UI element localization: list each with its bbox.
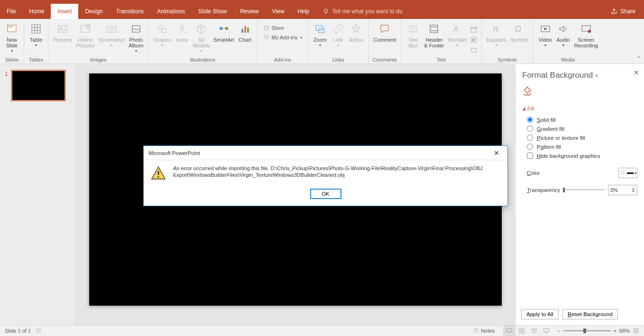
slide-thumbnail-1[interactable] xyxy=(12,71,65,100)
link-icon xyxy=(331,22,345,36)
comment-button[interactable]: Comment xyxy=(372,22,398,56)
color-picker-button[interactable]: ▾ xyxy=(618,168,637,178)
svg-text:Ω: Ω xyxy=(515,24,521,34)
fill-category-icon[interactable] xyxy=(522,86,637,98)
collapse-icon[interactable]: ◢ xyxy=(522,106,525,111)
slide-number-icon[interactable]: # xyxy=(470,36,478,44)
notes-label: Notes xyxy=(481,328,495,334)
shapes-label: Shapes xyxy=(153,37,171,43)
photo-album-button[interactable]: Photo Album ▾ xyxy=(127,22,145,56)
solid-fill-radio[interactable]: Solid fill xyxy=(522,115,637,124)
tab-help[interactable]: Help xyxy=(291,4,316,19)
titlebar-strip xyxy=(0,0,644,4)
close-panel-button[interactable]: ✕ xyxy=(634,69,639,76)
gradient-fill-radio[interactable]: Gradient fill xyxy=(522,124,637,133)
icons-icon xyxy=(175,22,189,36)
3d-models-label: 3D Models xyxy=(193,37,210,48)
dropdown-icon: ▾ xyxy=(161,43,163,47)
hide-bg-checkbox[interactable]: Hide background graphics xyxy=(522,151,637,160)
transparency-input[interactable]: 0%▲▼ xyxy=(608,185,637,195)
tab-view[interactable]: View xyxy=(266,4,291,19)
equation-button[interactable]: πEquation▾ xyxy=(485,22,509,56)
video-icon xyxy=(538,22,552,36)
comment-icon xyxy=(377,22,392,36)
dropdown-icon: ▾ xyxy=(544,43,546,47)
pictures-button[interactable]: Pictures xyxy=(51,22,74,56)
audio-button[interactable]: Audio▾ xyxy=(554,22,572,56)
tab-home[interactable]: Home xyxy=(22,4,51,19)
action-button[interactable]: Action xyxy=(347,22,366,56)
3d-models-button[interactable]: 3D Models▾ xyxy=(191,22,212,56)
notes-button[interactable]: Notes xyxy=(469,328,498,334)
format-background-panel: ✕ Format Background▾ ◢Fill Solid fill Gr… xyxy=(515,64,644,325)
group-comments-label: Comments xyxy=(372,56,398,64)
smartart-button[interactable]: SmartArt xyxy=(212,22,236,56)
store-label: Store xyxy=(272,25,284,31)
tab-file[interactable]: File xyxy=(0,4,22,19)
shapes-button[interactable]: Shapes▾ xyxy=(151,22,173,56)
transparency-slider[interactable] xyxy=(563,187,605,193)
text-box-button[interactable]: Text Box xyxy=(404,22,422,56)
zoom-in-button[interactable]: + xyxy=(614,328,616,334)
panel-title: Format Background xyxy=(522,71,593,80)
collapse-ribbon-button[interactable]: ⌃ xyxy=(637,55,641,62)
slide-1[interactable] xyxy=(89,73,502,306)
tab-transitions[interactable]: Transitions xyxy=(110,4,150,19)
header-footer-button[interactable]: Header & Footer xyxy=(422,22,446,56)
wordart-button[interactable]: AWordArt▾ xyxy=(446,22,469,56)
dropdown-icon: ▾ xyxy=(135,49,137,53)
symbol-button[interactable]: ΩSymbol xyxy=(509,22,530,56)
reset-background-button[interactable]: Reset Background xyxy=(562,309,618,319)
svg-point-11 xyxy=(158,25,163,30)
picture-fill-radio[interactable]: Picture or texture fill xyxy=(522,133,637,142)
zoom-slider[interactable] xyxy=(563,330,611,331)
video-label: Video xyxy=(539,37,552,43)
slide-canvas-area[interactable] xyxy=(76,64,515,325)
dropdown-icon: ▾ xyxy=(200,49,202,53)
slide-counter: Slide 1 of 1 xyxy=(5,328,31,334)
tab-design[interactable]: Design xyxy=(78,4,109,19)
dropdown-icon: ▾ xyxy=(562,43,564,47)
link-button[interactable]: Link▾ xyxy=(329,22,347,56)
new-slide-button[interactable]: New Slide ▾ xyxy=(3,22,21,56)
chart-button[interactable]: Chart xyxy=(236,22,254,56)
screen-recording-button[interactable]: Screen Recording xyxy=(572,22,600,56)
apply-to-all-button[interactable]: Apply to All xyxy=(521,309,559,319)
fit-window-button[interactable] xyxy=(633,327,639,334)
tell-me-search[interactable]: Tell me what you want to do xyxy=(322,8,402,15)
screenshot-button[interactable]: Screenshot ▾ xyxy=(97,22,127,56)
group-media-label: Media xyxy=(536,56,600,64)
svg-rect-22 xyxy=(430,25,438,33)
svg-rect-34 xyxy=(37,329,40,333)
screen-recording-icon xyxy=(579,22,593,36)
audio-icon xyxy=(556,22,570,36)
notes-icon xyxy=(473,328,479,334)
table-button[interactable]: Table ▾ xyxy=(27,22,45,56)
date-time-icon[interactable] xyxy=(470,26,478,33)
store-button[interactable]: Store xyxy=(261,24,304,32)
pattern-fill-radio[interactable]: Pattern fill xyxy=(522,142,637,151)
video-button[interactable]: Video▾ xyxy=(536,22,554,56)
group-slides-label: Slides xyxy=(3,56,21,64)
online-pictures-button[interactable]: Online Pictures xyxy=(74,22,97,56)
zoom-out-button[interactable]: − xyxy=(557,328,560,334)
ribbon: New Slide ▾ Slides Table ▾ Tables Pictur… xyxy=(0,19,644,64)
slideshow-view-button[interactable] xyxy=(540,326,552,336)
tab-insert[interactable]: Insert xyxy=(51,4,78,19)
dropdown-icon: ▾ xyxy=(456,43,458,47)
normal-view-button[interactable] xyxy=(503,326,515,336)
spellcheck-icon[interactable] xyxy=(36,327,42,334)
tab-slideshow[interactable]: Slide Show xyxy=(192,4,233,19)
tab-review[interactable]: Review xyxy=(233,4,265,19)
reading-view-button[interactable] xyxy=(528,326,540,336)
share-button[interactable]: Share xyxy=(602,8,644,15)
dropdown-icon: ▾ xyxy=(35,43,37,47)
icons-button[interactable]: Icons xyxy=(173,22,191,56)
object-icon[interactable] xyxy=(470,46,478,54)
tab-animations[interactable]: Animations xyxy=(150,4,192,19)
fill-section-label: Fill xyxy=(527,106,534,111)
svg-rect-38 xyxy=(522,328,524,330)
my-addins-button[interactable]: My Add-ins▾ xyxy=(261,33,304,42)
sorter-view-button[interactable] xyxy=(515,326,528,336)
zoom-button[interactable]: Zoom▾ xyxy=(311,22,329,56)
